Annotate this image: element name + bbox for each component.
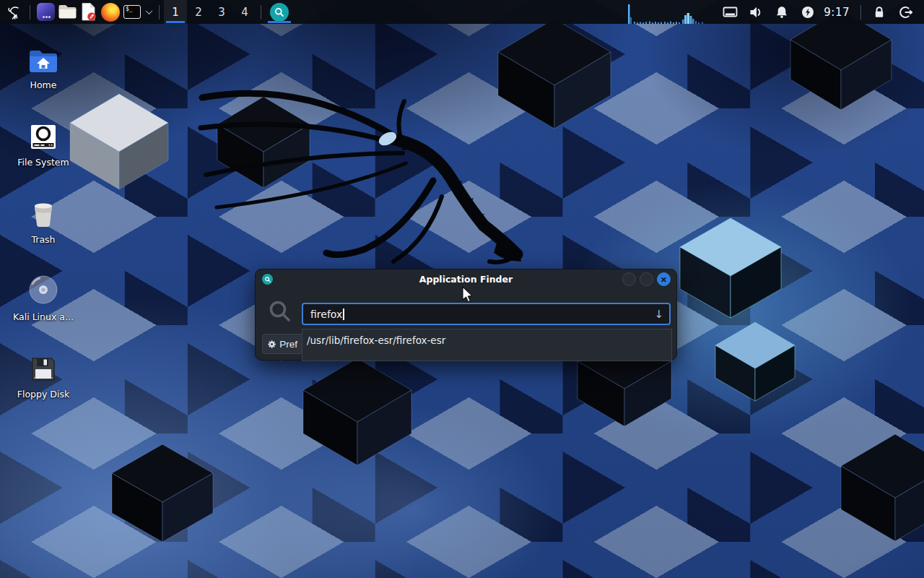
dropdown-arrow-icon[interactable]: ↓ — [654, 304, 663, 324]
preferences-label: Pref — [279, 339, 297, 350]
glass-cube — [70, 94, 168, 189]
desktop-icon-filesystem[interactable]: File System — [9, 118, 78, 168]
desktop-icon-label: Home — [30, 79, 57, 90]
black-cube — [790, 9, 892, 110]
folder-icon — [58, 4, 77, 20]
terminal-prompt-glyph: $_ — [126, 7, 133, 12]
window-icon — [37, 3, 55, 21]
search-icon-large — [267, 298, 293, 327]
system-tray: 9:17 — [627, 0, 924, 24]
mouse-cursor — [461, 286, 477, 303]
search-query-text: firefox — [310, 309, 342, 320]
completion-popup: /usr/lib/firefox-esr/firefox-esr — [302, 329, 672, 361]
desktop-icon-label: Kali Linux a... — [13, 311, 74, 322]
desktop-icon-trash[interactable]: Trash — [9, 195, 78, 245]
drive-icon — [29, 118, 58, 151]
desktop-icon-label: Floppy Disk — [17, 389, 69, 400]
gear-icon — [268, 340, 276, 349]
trash-bin-icon — [29, 195, 58, 228]
volume-tray-icon[interactable] — [748, 4, 764, 20]
black-cube — [303, 358, 411, 465]
chevron-down-icon — [145, 7, 152, 14]
lock-screen-button[interactable] — [871, 4, 887, 20]
notifications-bell-tray-icon[interactable] — [774, 4, 790, 20]
cd-disc-icon — [27, 272, 59, 306]
applications-menu-button[interactable] — [2, 1, 24, 22]
desktop-icon-floppy[interactable]: Floppy Disk — [9, 350, 78, 400]
panel-separator — [159, 5, 160, 20]
firefox-icon — [101, 3, 120, 22]
workspace-number: 2 — [195, 6, 202, 19]
preferences-button[interactable]: Pref — [262, 334, 303, 354]
minimize-button[interactable] — [622, 272, 636, 286]
active-underline — [268, 21, 291, 23]
home-folder-icon — [28, 40, 58, 74]
application-finder-panel-button[interactable] — [266, 0, 293, 24]
search-icon — [270, 3, 289, 22]
kali-dragon-icon — [4, 4, 22, 21]
black-cube — [112, 444, 213, 542]
document-edit-icon — [80, 2, 97, 22]
finder-window-icon — [262, 274, 273, 285]
desktop-icon-kali-cd[interactable]: Kali Linux a... — [9, 272, 78, 322]
window-title: Application Finder — [256, 274, 676, 285]
application-finder-window: Application Finder ✕ firefox ↓ — [255, 269, 677, 361]
search-input[interactable]: firefox ↓ — [302, 303, 671, 325]
workspace-number: 1 — [172, 6, 179, 19]
logout-button[interactable] — [897, 4, 913, 20]
glass-cube-cyan — [715, 322, 795, 401]
top-panel: $_ 1 2 3 4 — [0, 0, 924, 24]
panel-separator — [30, 5, 30, 20]
glass-cube-cyan — [680, 218, 781, 318]
active-workspace-underline — [166, 21, 185, 23]
workspace-button-2[interactable]: 2 — [187, 0, 210, 24]
file-manager-launcher[interactable] — [56, 0, 78, 24]
workspace-number: 4 — [241, 6, 248, 19]
terminal-icon: $_ — [123, 5, 141, 19]
text-editor-launcher[interactable] — [78, 0, 100, 24]
display-settings-tray-icon[interactable] — [722, 4, 738, 20]
workspace-button-4[interactable]: 4 — [233, 0, 256, 24]
network-monitor-graph[interactable] — [627, 0, 710, 24]
power-manager-tray-icon[interactable] — [800, 4, 816, 20]
desktop-icon-home[interactable]: Home — [9, 40, 78, 90]
close-icon: ✕ — [661, 275, 667, 284]
desktop-icon-label: Trash — [31, 234, 55, 245]
desktop-pager-launcher[interactable] — [35, 0, 56, 24]
black-cube — [841, 434, 924, 541]
desktop-icon-label: File System — [17, 157, 69, 168]
panel-separator — [860, 5, 861, 20]
workspace-number: 3 — [218, 6, 225, 19]
workspace-button-1[interactable]: 1 — [164, 0, 187, 24]
firefox-launcher[interactable] — [100, 0, 121, 24]
floppy-disk-icon — [30, 350, 57, 383]
black-cube — [498, 19, 611, 129]
close-button[interactable]: ✕ — [657, 272, 671, 286]
text-caret — [343, 309, 344, 320]
maximize-button[interactable] — [640, 272, 653, 286]
launcher-dropdown-button[interactable] — [143, 0, 154, 24]
black-cube — [217, 97, 310, 188]
panel-separator — [261, 5, 261, 20]
clock[interactable]: 9:17 — [824, 6, 850, 19]
workspace-button-3[interactable]: 3 — [210, 0, 233, 24]
terminal-launcher[interactable]: $_ — [121, 0, 143, 24]
completion-result-item[interactable]: /usr/lib/firefox-esr/firefox-esr — [302, 329, 671, 346]
